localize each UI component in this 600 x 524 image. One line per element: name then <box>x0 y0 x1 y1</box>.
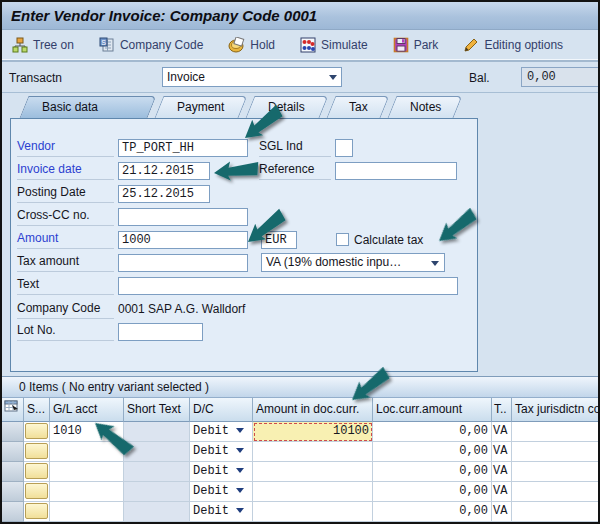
tax-amount-input[interactable] <box>118 254 248 272</box>
dc-cell[interactable]: Debit <box>190 422 253 442</box>
loc-curr-cell: 0,00 <box>373 442 492 462</box>
col-dc[interactable]: D/C <box>190 398 253 422</box>
dropdown-icon <box>236 508 244 513</box>
gl-acct-cell[interactable] <box>50 482 124 502</box>
gl-acct-cell[interactable] <box>50 442 124 462</box>
grid-settings-icon[interactable] <box>2 398 24 422</box>
tax-code-cell[interactable]: VA <box>492 422 512 442</box>
tax-jur-cell[interactable] <box>512 482 598 502</box>
transaction-value: Invoice <box>167 70 205 84</box>
text-input[interactable] <box>118 277 458 295</box>
tab-notes[interactable]: Notes <box>392 96 458 118</box>
amount-label: Amount <box>17 231 114 249</box>
transaction-bar: Transactn Invoice Bal. 0,00 <box>2 62 598 93</box>
table-row: Debit 0,00 VA <box>2 442 598 462</box>
sap-window: Enter Vendor Invoice: Company Code 0001 … <box>0 0 600 524</box>
dc-cell[interactable]: Debit <box>190 482 253 502</box>
posting-date-input[interactable]: 25.12.2015 <box>118 185 210 203</box>
editing-options-button[interactable]: Editing options <box>463 37 563 53</box>
dropdown-icon <box>329 75 337 80</box>
invoice-date-input[interactable]: 21.12.2015 <box>118 162 210 180</box>
hold-button[interactable]: Hold <box>228 37 275 53</box>
text-label: Text <box>17 277 114 295</box>
status-cell[interactable] <box>24 422 50 442</box>
simulate-icon <box>300 37 316 53</box>
company-code-label: Company Code <box>120 38 203 52</box>
currency-input[interactable]: EUR <box>261 231 297 249</box>
pencil-icon <box>463 37 479 53</box>
tab-details[interactable]: Details <box>250 96 324 118</box>
tax-code-select[interactable]: VA (19% domestic inpu… <box>261 253 445 272</box>
col-gl-acct[interactable]: G/L acct <box>50 398 124 422</box>
row-selector[interactable] <box>2 422 24 442</box>
amount-doc-cell[interactable] <box>253 502 373 522</box>
col-tax-jur[interactable]: Tax jurisdictn co <box>512 398 598 422</box>
status-cell[interactable] <box>24 502 50 522</box>
tab-tax[interactable]: Tax <box>331 96 385 118</box>
tab-basic-data[interactable]: Basic data <box>24 96 152 118</box>
items-status-bar: 0 Items ( No entry variant selected ) <box>2 376 598 398</box>
lot-no-input[interactable] <box>118 323 203 341</box>
tax-jur-cell[interactable] <box>512 442 598 462</box>
status-cell[interactable] <box>24 462 50 482</box>
reference-input[interactable] <box>335 162 457 180</box>
tax-jur-cell[interactable] <box>512 422 598 442</box>
dc-cell[interactable]: Debit <box>190 502 253 522</box>
simulate-button[interactable]: Simulate <box>300 37 368 53</box>
vendor-input[interactable]: TP_PORT_HH <box>118 139 248 157</box>
calculate-tax-label: Calculate tax <box>354 233 423 247</box>
col-amount-doc[interactable]: Amount in doc.curr. <box>253 398 373 422</box>
calculate-tax-checkbox[interactable] <box>336 233 349 246</box>
tax-amount-label: Tax amount <box>17 254 114 272</box>
loc-curr-cell: 0,00 <box>373 462 492 482</box>
sgl-ind-input[interactable] <box>335 139 353 157</box>
vendor-label: Vendor <box>17 139 114 157</box>
lot-no-label: Lot No. <box>17 323 114 341</box>
transaction-select[interactable]: Invoice <box>162 67 342 87</box>
balance-label: Bal. <box>469 71 490 85</box>
row-selector[interactable] <box>2 502 24 522</box>
amount-input[interactable]: 1000 <box>118 231 248 249</box>
col-tax[interactable]: T.. <box>492 398 512 422</box>
amount-doc-cell[interactable] <box>253 482 373 502</box>
application-toolbar: Tree on S Company Code Hold Simulate Par… <box>2 31 598 60</box>
dc-cell[interactable]: Debit <box>190 462 253 482</box>
amount-doc-cell[interactable] <box>253 462 373 482</box>
amount-doc-cell[interactable] <box>253 442 373 462</box>
tax-code-cell[interactable]: VA <box>492 462 512 482</box>
row-selector[interactable] <box>2 462 24 482</box>
row-selector[interactable] <box>2 442 24 462</box>
loc-curr-cell: 0,00 <box>373 482 492 502</box>
tax-jur-cell[interactable] <box>512 502 598 522</box>
park-button[interactable]: Park <box>393 37 439 53</box>
tax-code-cell[interactable]: VA <box>492 442 512 462</box>
amount-doc-cell[interactable]: 10100 <box>253 422 373 442</box>
tree-on-button[interactable]: Tree on <box>12 37 74 53</box>
cross-cc-input[interactable] <box>118 208 248 226</box>
gl-acct-cell[interactable]: 1010 <box>50 422 124 442</box>
company-code-button[interactable]: S Company Code <box>99 37 203 53</box>
dropdown-icon <box>236 448 244 453</box>
row-selector[interactable] <box>2 482 24 502</box>
col-loc-curr[interactable]: Loc.curr.amount <box>373 398 492 422</box>
tax-code-cell[interactable]: VA <box>492 482 512 502</box>
tax-jur-cell[interactable] <box>512 462 598 482</box>
hold-icon <box>228 37 245 53</box>
posting-date-label: Posting Date <box>17 185 114 203</box>
page-title: Enter Vendor Invoice: Company Code 0001 <box>2 2 598 30</box>
gl-acct-cell[interactable] <box>50 502 124 522</box>
dropdown-icon <box>236 488 244 493</box>
tax-code-cell[interactable]: VA <box>492 502 512 522</box>
loc-curr-cell: 0,00 <box>373 422 492 442</box>
status-cell[interactable] <box>24 442 50 462</box>
simulate-label: Simulate <box>321 38 368 52</box>
transaction-label: Transactn <box>9 71 62 85</box>
col-short-text[interactable]: Short Text <box>124 398 190 422</box>
dc-cell[interactable]: Debit <box>190 442 253 462</box>
reference-label: Reference <box>259 162 331 180</box>
col-status[interactable]: S... <box>24 398 50 422</box>
tab-payment[interactable]: Payment <box>159 96 243 118</box>
status-cell[interactable] <box>24 482 50 502</box>
gl-acct-cell[interactable] <box>50 462 124 482</box>
dropdown-icon <box>236 428 244 433</box>
